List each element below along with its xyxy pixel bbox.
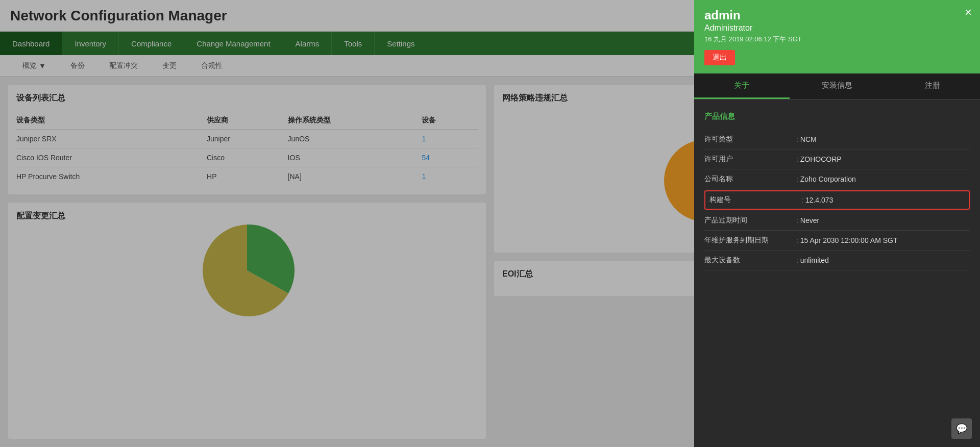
datetime-label: 16 九月 2019 02:06:12 下午 SGT	[704, 35, 970, 44]
label-license-user: 许可用户	[704, 155, 796, 164]
label-build-number: 构建号	[709, 195, 801, 205]
product-info-title: 产品信息	[704, 112, 970, 121]
role-label: Administrator	[704, 23, 970, 33]
logout-button[interactable]: 退出	[704, 50, 735, 65]
help-icon-button[interactable]: 💬	[951, 418, 972, 439]
info-row-license-type: 许可类型 NCM	[704, 130, 970, 150]
label-license-type: 许可类型	[704, 135, 796, 144]
value-max-devices: unlimited	[796, 256, 829, 264]
username-label: admin	[704, 8, 970, 22]
tab-about[interactable]: 关于	[694, 73, 790, 99]
info-row-company-name: 公司名称 Zoho Corporation	[704, 169, 970, 189]
modal-overlay[interactable]	[0, 0, 694, 447]
panel-tabs: 关于 安装信息 注册	[694, 73, 980, 100]
label-product-expiry: 产品过期时间	[704, 216, 796, 225]
tab-register[interactable]: 注册	[885, 73, 980, 99]
user-panel-header: admin Administrator 16 九月 2019 02:06:12 …	[694, 0, 980, 73]
tab-install-info[interactable]: 安装信息	[790, 73, 885, 99]
value-license-user: ZOHOCORP	[796, 155, 842, 163]
help-icon: 💬	[956, 423, 967, 434]
info-row-maintenance-expiry: 年维护服务到期日期 15 Apr 2030 12:00:00 AM SGT	[704, 231, 970, 251]
label-maintenance-expiry: 年维护服务到期日期	[704, 236, 796, 245]
value-product-expiry: Never	[796, 216, 819, 225]
value-build-number: 12.4.073	[801, 196, 833, 204]
panel-content: 产品信息 许可类型 NCM 许可用户 ZOHOCORP 公司名称 Zoho Co…	[694, 100, 980, 447]
label-max-devices: 最大设备数	[704, 256, 796, 265]
info-row-max-devices: 最大设备数 unlimited	[704, 251, 970, 270]
close-button[interactable]: ×	[965, 6, 972, 18]
value-license-type: NCM	[796, 135, 817, 143]
info-row-build-number: 构建号 12.4.073	[704, 190, 970, 210]
info-row-product-expiry: 产品过期时间 Never	[704, 211, 970, 231]
value-maintenance-expiry: 15 Apr 2030 12:00:00 AM SGT	[796, 236, 897, 244]
user-panel: admin Administrator 16 九月 2019 02:06:12 …	[694, 0, 980, 447]
label-company-name: 公司名称	[704, 175, 796, 184]
info-row-license-user: 许可用户 ZOHOCORP	[704, 150, 970, 169]
value-company-name: Zoho Corporation	[796, 175, 856, 183]
